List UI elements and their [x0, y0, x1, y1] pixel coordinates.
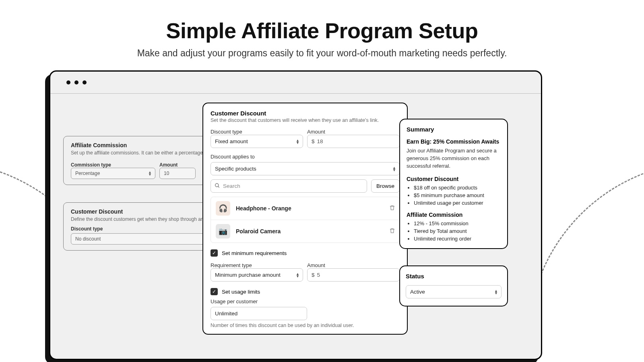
currency-symbol: $ — [312, 272, 315, 278]
requirement-type-label: Requirement type — [211, 262, 303, 268]
commission-amount-label: Amount — [159, 162, 196, 168]
page-title: Simple Affiliate Program Setup — [0, 18, 644, 43]
chevron-updown-icon: ▲▼ — [296, 139, 299, 144]
status-value: Active — [410, 289, 425, 295]
svg-point-0 — [215, 183, 219, 187]
usage-per-customer-input[interactable]: Unlimited — [211, 307, 307, 320]
summary-card: Summary Earn Big: 25% Commission Awaits … — [399, 119, 508, 249]
window-dot — [83, 80, 87, 84]
min-requirements-label: Set minimum requirements — [222, 250, 287, 256]
search-placeholder: Search — [223, 183, 240, 189]
product-thumb: 📷 — [216, 224, 230, 239]
popover-title: Customer Discount — [211, 110, 400, 117]
product-name: Polaroid Camera — [236, 228, 281, 234]
min-requirements-checkbox[interactable]: ✓ — [211, 249, 218, 257]
product-search-input[interactable]: Search — [211, 179, 367, 193]
usage-limits-label: Set usage limits — [222, 289, 260, 295]
svg-line-1 — [218, 186, 219, 187]
chevron-updown-icon: ▲▼ — [148, 171, 152, 176]
requirement-amount-input[interactable]: $ 5 — [307, 268, 400, 282]
requirement-amount-value: 5 — [317, 272, 320, 278]
product-list: 🎧 Headphone - Orange 📷 Polaroid Camera — [211, 197, 400, 243]
usage-limits-checkbox[interactable]: ✓ — [211, 288, 218, 295]
status-select[interactable]: Active ▲▼ — [406, 285, 502, 298]
window-dot — [66, 80, 70, 84]
product-row: 🎧 Headphone - Orange — [211, 197, 399, 220]
trash-icon[interactable] — [389, 205, 395, 212]
discount-type-value: No discount — [75, 236, 101, 242]
decorative-circle-right — [527, 161, 644, 362]
summary-item: Unlimited usage per customer — [414, 200, 501, 206]
summary-description: Join our Affiliate Program and secure a … — [407, 147, 501, 170]
requirement-amount-label: Amount — [307, 262, 400, 268]
summary-cd-list: $18 off on specific products $5 minimum … — [414, 185, 501, 206]
product-thumb: 🎧 — [216, 201, 230, 216]
commission-type-select[interactable]: Percentage ▲▼ — [71, 168, 155, 179]
product-row: 📷 Polaroid Camera — [211, 220, 399, 243]
chevron-updown-icon: ▲▼ — [494, 290, 498, 294]
discount-type-label: Discount type — [211, 129, 303, 135]
discount-amount-value: 18 — [317, 138, 323, 144]
status-title: Status — [406, 273, 502, 280]
discount-amount-input[interactable]: $ 18 — [307, 135, 400, 148]
summary-title: Summary — [407, 126, 501, 133]
customer-discount-popover: Customer Discount Set the discount that … — [202, 103, 408, 335]
requirement-type-select[interactable]: Minimum purchase amount ▲▼ — [211, 268, 303, 282]
summary-ac-list: 12% - 15% commission Tiered by Total amo… — [414, 220, 501, 242]
summary-cd-heading: Customer Discount — [407, 176, 501, 182]
usage-hint: Number of times this discount can be use… — [211, 323, 400, 328]
summary-ac-heading: Affiliate Commission — [407, 212, 501, 218]
applies-to-select[interactable]: Specific products ▲▼ — [211, 162, 400, 175]
summary-item: $18 off on specific products — [414, 185, 501, 191]
requirement-type-value: Minimum purchase amount — [215, 272, 281, 278]
product-name: Headphone - Orange — [236, 205, 291, 212]
window-dot — [74, 80, 78, 84]
popover-subtitle: Set the discount that customers will rec… — [211, 117, 400, 123]
chevron-updown-icon: ▲▼ — [296, 273, 299, 278]
commission-amount-input[interactable]: 10 — [159, 168, 196, 179]
summary-item: Unlimited recurring order — [414, 236, 501, 242]
chevron-updown-icon: ▲▼ — [392, 167, 396, 171]
summary-item: Tiered by Total amount — [414, 228, 501, 234]
summary-headline: Earn Big: 25% Commission Awaits — [407, 138, 501, 145]
commission-type-label: Commission type — [71, 162, 155, 168]
applies-to-label: Discount applies to — [211, 154, 400, 160]
status-card: Status Active ▲▼ — [399, 265, 508, 306]
commission-type-value: Percentage — [75, 171, 100, 176]
discount-type-select[interactable]: Fixed amount ▲▼ — [211, 135, 303, 148]
usage-per-customer-label: Usage per customer — [211, 298, 400, 304]
window-titlebar — [50, 72, 541, 94]
discount-amount-label: Amount — [307, 129, 400, 135]
applies-to-value: Specific products — [215, 166, 256, 172]
currency-symbol: $ — [312, 138, 315, 144]
discount-type-value: Fixed amount — [215, 138, 248, 144]
search-icon — [215, 183, 220, 189]
trash-icon[interactable] — [389, 228, 395, 235]
browse-button[interactable]: Browse — [371, 179, 400, 193]
page-subtitle: Make and adjust your programs easily to … — [0, 48, 644, 59]
summary-item: $5 minimum purchase amount — [414, 192, 501, 198]
summary-item: 12% - 15% commission — [414, 220, 501, 226]
